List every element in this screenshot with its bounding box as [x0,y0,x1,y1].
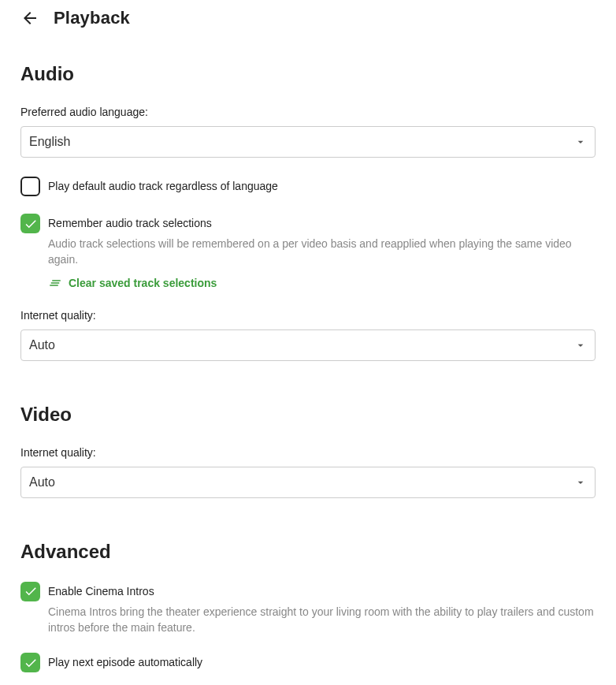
chevron-down-icon [574,339,587,352]
page-title: Playback [54,8,130,28]
back-button[interactable] [20,9,39,28]
cinema-intros-label: Enable Cinema Intros [48,585,596,598]
preferred-audio-language-label: Preferred audio language: [20,106,596,118]
section-video: Video Internet quality: Auto [20,404,596,498]
clear-saved-tracks-button[interactable]: Clear saved track selections [48,276,596,290]
check-icon [24,656,38,670]
clear-saved-tracks-label: Clear saved track selections [69,277,217,289]
play-default-audio-checkbox[interactable] [20,177,40,196]
preferred-audio-language-value: English [29,135,70,149]
play-next-checkbox[interactable] [20,653,40,672]
chevron-down-icon [574,476,587,489]
preferred-audio-language-select-wrapper: English [20,126,596,158]
remember-audio-checkbox[interactable] [20,214,40,233]
page-header: Playback [20,8,596,28]
video-section-title: Video [20,404,596,426]
arrow-left-icon [20,9,39,28]
video-internet-quality-select-wrapper: Auto [20,467,596,498]
chevron-down-icon [574,136,587,148]
section-audio: Audio Preferred audio language: English … [20,63,596,361]
play-next-label: Play next episode automatically [48,656,596,668]
audio-section-title: Audio [20,63,596,85]
video-internet-quality-label: Internet quality: [20,446,596,459]
cinema-intros-row: Enable Cinema Intros Cinema Intros bring… [20,583,596,636]
remember-audio-row: Remember audio track selections Audio tr… [20,215,596,290]
play-next-row: Play next episode automatically [20,654,596,672]
audio-internet-quality-select-wrapper: Auto [20,329,596,361]
preferred-audio-language-select[interactable]: English [20,126,596,158]
video-internet-quality-value: Auto [29,475,55,490]
clear-all-icon [48,276,62,290]
section-advanced: Advanced Enable Cinema Intros Cinema Int… [20,541,596,685]
cinema-intros-description: Cinema Intros bring the theater experien… [48,604,596,636]
advanced-section-title: Advanced [20,541,596,563]
audio-internet-quality-select[interactable]: Auto [20,329,596,361]
video-internet-quality-select[interactable]: Auto [20,467,596,498]
play-default-audio-row: Play default audio track regardless of l… [20,178,596,196]
check-icon [24,584,38,598]
audio-internet-quality-label: Internet quality: [20,309,596,322]
cinema-intros-checkbox[interactable] [20,582,40,601]
check-icon [24,217,38,231]
play-default-audio-label: Play default audio track regardless of l… [48,180,596,192]
remember-audio-label: Remember audio track selections [48,217,596,229]
remember-audio-description: Audio track selections will be remembere… [48,236,596,268]
audio-internet-quality-value: Auto [29,338,55,352]
